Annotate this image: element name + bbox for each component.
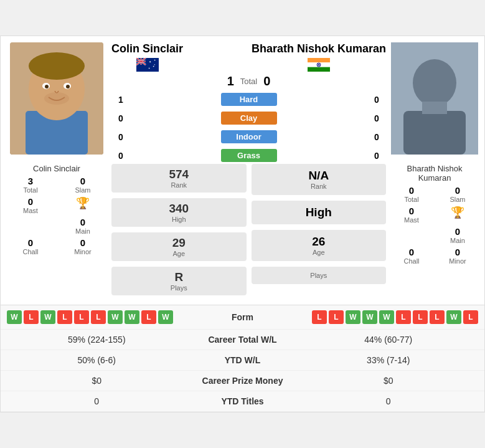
right-mast-val: 0: [391, 206, 432, 216]
right-main-val: 0: [437, 226, 478, 237]
left-high-val: 340: [115, 202, 243, 216]
left-player-name: Colin Sinclair: [111, 42, 183, 55]
right-minor-stat: 0 Minor: [437, 247, 478, 265]
left-form-badge-w: W: [108, 310, 123, 324]
right-minor-val: 0: [437, 247, 478, 257]
right-stats-grid: 0 Total 0 Slam 0 Mast 🏆 0 Main: [391, 185, 478, 265]
left-mast-stat: 0 Mast: [7, 196, 54, 214]
left-minor-stat: 0 Minor: [59, 237, 106, 255]
svg-text:✦: ✦: [154, 64, 156, 66]
left-total-score: 1: [227, 74, 234, 88]
stat-row-left-val: 0: [7, 396, 187, 406]
right-rank-lbl: Rank: [257, 183, 382, 190]
svg-point-4: [29, 52, 85, 80]
right-form-badge-w: W: [346, 310, 360, 324]
center-stat-boxes: 574 Rank 340 High 29 Age R Plays: [111, 164, 247, 298]
stat-row: 59% (224-155)Career Total W/L44% (60-77): [1, 330, 484, 350]
rank-box-right: N/A Rank: [252, 164, 387, 195]
grass-button[interactable]: Grass: [221, 149, 277, 162]
left-total-lbl: Total: [7, 186, 54, 194]
mid-stats-col: 574 Rank 340 High 29 Age R Plays: [111, 164, 386, 298]
indoor-right-score: 0: [367, 132, 386, 142]
left-slam-stat: 0 Slam: [59, 176, 106, 194]
right-player-photo: [391, 42, 478, 155]
high-box-right: High: [252, 201, 387, 224]
svg-point-8: [66, 85, 70, 88]
left-trophy-icon: 🏆: [76, 196, 90, 210]
stat-row: 0YTD Titles0: [1, 391, 484, 412]
right-minor-lbl: Minor: [437, 257, 478, 265]
right-rank-val: N/A: [257, 169, 382, 183]
indoor-left-score: 0: [111, 132, 130, 142]
left-player-header: [7, 42, 106, 164]
stat-row-left-val: 59% (224-155): [7, 335, 187, 345]
stat-row-label: Career Prize Money: [187, 376, 299, 386]
stat-row-right-val: 33% (7-14): [299, 355, 479, 365]
surface-hard-row: 1 Hard 0: [111, 93, 386, 106]
left-flag: ✦ ✦ ✦ ✦ ✦: [136, 58, 159, 72]
page-top: Colin Sinclair: [1, 36, 484, 164]
high-box-left: 340 High: [111, 198, 247, 227]
left-form-badge-l: L: [57, 310, 72, 324]
stat-rows-container: 59% (224-155)Career Total W/L44% (60-77)…: [1, 330, 484, 412]
clay-button[interactable]: Clay: [221, 112, 277, 125]
svg-point-7: [45, 85, 49, 88]
stat-row-right-val: 0: [299, 396, 479, 406]
left-form-badge-w: W: [125, 310, 139, 324]
svg-rect-35: [403, 111, 466, 155]
svg-point-34: [413, 59, 456, 107]
stat-row-label: YTD W/L: [187, 355, 299, 365]
right-trophy: 🏆: [437, 206, 478, 224]
age-box-left: 29 Age: [111, 232, 247, 261]
hard-button[interactable]: Hard: [221, 93, 277, 106]
right-main-lbl: Main: [437, 237, 478, 244]
main-container: Colin Sinclair: [0, 36, 485, 412]
svg-rect-25: [308, 58, 330, 62]
clay-left-score: 0: [111, 113, 130, 123]
left-main-val: 0: [59, 217, 106, 227]
left-stats-grid: 3 Total 0 Slam 0 Mast 🏆 0 Main: [7, 176, 106, 255]
left-main-lbl: Main: [59, 227, 106, 235]
left-mast-lbl: Mast: [7, 207, 54, 214]
indoor-button[interactable]: Indoor: [221, 130, 277, 143]
stat-row-right-val: $0: [299, 376, 479, 386]
grass-right-score: 0: [367, 151, 386, 161]
form-label: Form: [205, 312, 280, 322]
surface-grass-row: 0 Grass 0: [111, 149, 386, 162]
svg-rect-36: [422, 102, 447, 114]
right-slam-stat: 0 Slam: [437, 185, 478, 203]
right-plays-lbl: Plays: [257, 272, 382, 279]
left-plays-lbl: Plays: [115, 284, 243, 292]
right-player-header: [391, 42, 478, 164]
right-form-badges: LLWWWLLLWL: [280, 310, 479, 324]
stat-row-left-val: $0: [7, 376, 187, 386]
left-chall-lbl: Chall: [7, 248, 54, 255]
right-form-badge-l: L: [312, 310, 327, 324]
left-high-lbl: High: [115, 216, 243, 223]
left-name-block: Colin Sinclair: [111, 42, 183, 72]
left-slam-val: 0: [59, 176, 106, 186]
names-row: Colin Sinclair: [111, 42, 386, 72]
surface-rows: 1 Hard 0 0 Clay 0 0 Indoor 0: [111, 91, 386, 164]
stat-row: $0Career Prize Money$0: [1, 371, 484, 391]
left-form-badge-l: L: [141, 310, 156, 324]
right-trophy-icon: 🏆: [451, 206, 464, 219]
total-score-row: 1 Total 0: [227, 74, 271, 88]
left-minor-val: 0: [59, 237, 106, 248]
right-form-badge-l: L: [463, 310, 478, 324]
right-form-badge-w: W: [446, 310, 461, 324]
svg-point-9: [44, 92, 69, 105]
left-form-badge-w: W: [40, 310, 55, 324]
left-rank-lbl: Rank: [115, 181, 243, 189]
header-center: Colin Sinclair: [111, 42, 386, 164]
left-chall-stat: 0 Chall: [7, 237, 54, 255]
svg-text:✦: ✦: [149, 60, 151, 64]
right-slam-val: 0: [437, 185, 478, 196]
right-player-name: Bharath Nishok Kumaran: [252, 42, 386, 55]
left-form-badge-w: W: [7, 310, 22, 324]
total-label: Total: [240, 77, 257, 86]
svg-rect-27: [308, 67, 330, 72]
right-age-val: 26: [257, 235, 382, 249]
hard-left-score: 1: [111, 95, 130, 105]
right-stat-boxes: N/A Rank High 26 Age Plays: [252, 164, 387, 298]
